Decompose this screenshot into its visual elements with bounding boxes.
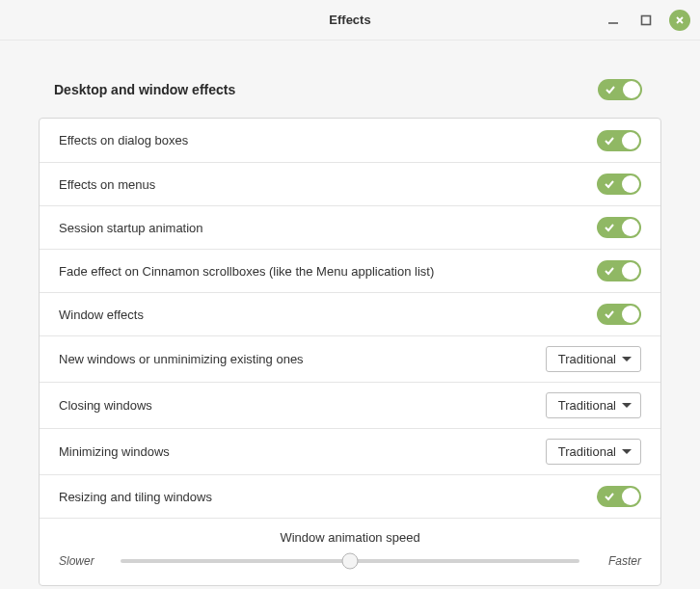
dialog-effects-toggle[interactable] [597, 130, 641, 151]
row-animation-speed: Window animation speed Slower Faster [40, 518, 660, 585]
main-content: Desktop and window effects Effects on di… [0, 40, 700, 589]
menu-effects-toggle[interactable] [597, 174, 641, 195]
label-startup-animation: Session startup animation [59, 221, 203, 235]
row-new-windows: New windows or unminimizing existing one… [40, 335, 660, 382]
row-startup-animation: Session startup animation [40, 205, 660, 249]
label-new-windows: New windows or unminimizing existing one… [59, 352, 304, 366]
desktop-effects-toggle[interactable] [598, 79, 642, 100]
check-icon [605, 309, 614, 319]
label-dialog-effects: Effects on dialog boxes [59, 133, 188, 147]
chevron-down-icon [622, 403, 632, 408]
toggle-thumb [622, 488, 639, 505]
minimize-button[interactable] [604, 11, 623, 30]
toggle-thumb [622, 175, 639, 193]
row-window-effects: Window effects [40, 292, 660, 335]
row-fade-effect: Fade effect on Cinnamon scrollboxes (lik… [40, 249, 660, 292]
toggle-thumb [622, 306, 639, 323]
check-icon [605, 492, 614, 501]
fade-effect-toggle[interactable] [597, 260, 641, 281]
row-minimizing-windows: Minimizing windows Traditional [40, 428, 660, 474]
check-icon [605, 266, 614, 276]
check-icon [605, 179, 614, 189]
label-animation-speed: Window animation speed [59, 530, 641, 545]
check-icon [605, 223, 614, 232]
toggle-thumb [623, 81, 640, 98]
maximize-icon [640, 14, 652, 26]
slider-thumb[interactable] [342, 553, 359, 570]
svg-rect-1 [642, 15, 651, 24]
toggle-thumb [622, 219, 639, 236]
minimize-icon [607, 14, 619, 26]
minimizing-windows-value: Traditional [558, 444, 616, 459]
row-menu-effects: Effects on menus [40, 162, 660, 205]
chevron-down-icon [622, 357, 632, 361]
label-resizing-windows: Resizing and tiling windows [59, 490, 212, 504]
row-dialog-effects: Effects on dialog boxes [40, 119, 660, 162]
section-title: Desktop and window effects [54, 82, 235, 97]
closing-windows-dropdown[interactable]: Traditional [546, 392, 641, 418]
label-menu-effects: Effects on menus [59, 177, 155, 192]
slider-label-faster: Faster [593, 554, 641, 568]
maximize-button[interactable] [636, 11, 656, 30]
titlebar: Effects [0, 0, 700, 40]
titlebar-buttons [604, 0, 690, 40]
row-closing-windows: Closing windows Traditional [40, 382, 660, 428]
check-icon [606, 85, 615, 94]
label-fade-effect: Fade effect on Cinnamon scrollboxes (lik… [59, 264, 434, 279]
new-windows-value: Traditional [558, 352, 616, 366]
row-resizing-windows: Resizing and tiling windows [40, 474, 660, 518]
slider-label-slower: Slower [59, 554, 107, 568]
startup-animation-toggle[interactable] [597, 217, 641, 238]
new-windows-dropdown[interactable]: Traditional [546, 346, 641, 372]
chevron-down-icon [622, 449, 632, 454]
minimizing-windows-dropdown[interactable]: Traditional [546, 439, 641, 465]
label-closing-windows: Closing windows [59, 398, 152, 413]
window-title: Effects [329, 13, 370, 27]
section-header: Desktop and window effects [39, 67, 661, 118]
toggle-thumb [622, 262, 639, 280]
check-icon [605, 136, 614, 146]
window-effects-toggle[interactable] [597, 304, 641, 325]
resizing-windows-toggle[interactable] [597, 486, 641, 507]
slider-wrap: Slower Faster [59, 554, 641, 568]
animation-speed-slider[interactable] [121, 559, 579, 563]
closing-windows-value: Traditional [558, 398, 616, 413]
close-button[interactable] [669, 10, 690, 31]
label-window-effects: Window effects [59, 308, 144, 322]
label-minimizing-windows: Minimizing windows [59, 444, 170, 459]
settings-panel: Effects on dialog boxes Effects on menus… [39, 118, 661, 586]
close-icon [674, 14, 686, 26]
toggle-thumb [622, 132, 639, 149]
